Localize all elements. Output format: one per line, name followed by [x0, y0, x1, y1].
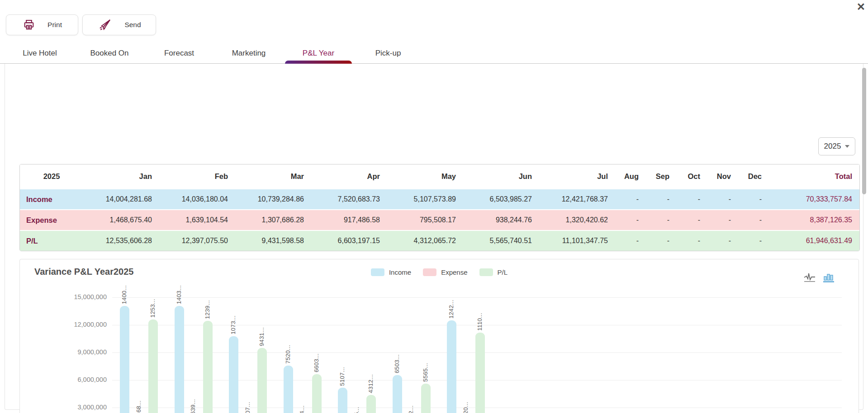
value-cell: 14,036,180.04: [159, 188, 235, 209]
value-cell: -: [707, 209, 738, 230]
month-header-oct: Oct: [677, 164, 707, 188]
value-cell: 4,312,065.72: [387, 230, 463, 251]
value-cell: 1,307,686.28: [235, 209, 311, 230]
tab-strip: Live HotelBooked OnForecastMarketingP&L …: [0, 43, 868, 63]
tab-label: Live Hotel: [23, 49, 57, 58]
bar-value-label-text: 7520...: [285, 345, 291, 364]
bar-value-label-text: 7955...: [353, 407, 360, 413]
legend-label: Income: [389, 268, 411, 276]
bar-value-label-text: 1400...: [121, 285, 128, 304]
y-axis-tick-label: 3,000,000: [29, 404, 107, 411]
bar-chart-icon[interactable]: [822, 271, 835, 283]
active-tab-underline: [285, 61, 352, 64]
close-icon[interactable]: ✕: [857, 1, 865, 14]
table-body: Income14,004,281.6814,036,180.0410,739,2…: [20, 188, 859, 251]
y-axis-tick-label: 12,000,000: [29, 321, 107, 328]
tab-p-l-year[interactable]: P&L Year: [284, 43, 353, 63]
value-cell: -: [677, 209, 707, 230]
bar-value-label-text: 1639...: [190, 399, 196, 413]
value-cell: -: [707, 230, 738, 251]
bar-value-label-text: 5107...: [339, 367, 346, 386]
tab-label: Marketing: [232, 49, 266, 58]
income-bar: [284, 366, 293, 413]
vertical-scrollbar-thumb[interactable]: [862, 68, 866, 194]
legend-label: Expense: [441, 268, 467, 276]
bar-value-label-text: 9382...: [408, 405, 414, 413]
print-button[interactable]: Print: [6, 14, 78, 35]
bar-value-label-text: 1110...: [476, 313, 483, 331]
bar-value-label-text: 9174...: [299, 405, 305, 413]
value-cell: 6,503,985.27: [463, 188, 539, 209]
print-button-label: Print: [47, 21, 62, 29]
value-cell: 795,508.17: [387, 209, 463, 230]
tab-live-hotel[interactable]: Live Hotel: [5, 43, 75, 63]
tab-bar: Live HotelBooked OnForecastMarketingP&L …: [0, 43, 868, 64]
month-header-jul: Jul: [539, 164, 615, 188]
bar-value-label-text: 1242...: [448, 300, 455, 319]
value-cell: 6,603,197.15: [311, 230, 387, 251]
value-cell: -: [707, 188, 738, 209]
p-l-bar: [148, 319, 158, 413]
tab-marketing[interactable]: Marketing: [214, 43, 284, 63]
tab-label: Forecast: [164, 49, 194, 58]
year-select-value: 2025: [824, 142, 841, 151]
month-header-dec: Dec: [738, 164, 769, 188]
bar-value-label-text: 1468...: [135, 400, 142, 413]
month-header-jun: Jun: [463, 164, 539, 188]
value-cell: -: [677, 230, 707, 251]
value-cell: 917,486.58: [311, 209, 387, 230]
bar-value-label-text: 1320...: [462, 402, 469, 413]
year-select[interactable]: 2025: [818, 137, 855, 155]
total-cell: 70,333,757.84: [769, 188, 859, 209]
variance-chart-panel: Variance P&L Year2025 IncomeExpenseP/L 1…: [19, 259, 859, 413]
legend-swatch: [423, 268, 436, 276]
row-label: P/L: [20, 230, 83, 251]
legend-swatch: [371, 268, 384, 276]
value-cell: -: [646, 188, 677, 209]
chart-plot: JanFebMarAprMayJunJulAugSepOctNovDec1400…: [112, 297, 842, 413]
gridline: [112, 297, 842, 298]
value-cell: 1,468,675.40: [83, 209, 159, 230]
value-cell: 7,520,683.73: [311, 188, 387, 209]
bar-value-label-text: 1403...: [175, 285, 182, 304]
bar-value-label-text: 5565...: [422, 363, 429, 382]
value-cell: -: [615, 230, 646, 251]
tab-booked-on[interactable]: Booked On: [75, 43, 144, 63]
value-cell: -: [677, 188, 707, 209]
month-header-sep: Sep: [646, 164, 677, 188]
income-bar: [338, 388, 347, 413]
bar-value-label-text: 6503...: [394, 354, 400, 373]
table-row-p-l: P/L12,535,606.2812,397,075.509,431,598.5…: [20, 230, 859, 251]
p-l-bar: [203, 321, 213, 413]
p-l-bar: [312, 374, 322, 413]
month-header-nov: Nov: [707, 164, 738, 188]
chart-type-toggles: [803, 271, 835, 283]
chart-title: Variance P&L Year2025: [34, 267, 133, 277]
pl-summary-table: 2025JanFebMarAprMayJunJulAugSepOctNovDec…: [19, 164, 860, 251]
bar-value-label-text: 4312...: [367, 374, 374, 393]
send-button[interactable]: Send: [82, 14, 156, 35]
p-l-bar: [257, 348, 267, 413]
income-bar: [447, 320, 456, 413]
chart-legend: IncomeExpenseP/L: [371, 268, 508, 276]
value-cell: 1,639,104.54: [159, 209, 235, 230]
tab-pick-up[interactable]: Pick-up: [353, 43, 423, 63]
income-bar: [393, 375, 402, 413]
p-l-bar: [475, 333, 485, 413]
value-cell: -: [646, 230, 677, 251]
income-bar: [120, 306, 129, 413]
tab-forecast[interactable]: Forecast: [144, 43, 214, 63]
month-header-may: May: [387, 164, 463, 188]
chevron-down-icon: [845, 145, 849, 148]
legend-label: P/L: [498, 268, 508, 276]
income-bar: [175, 306, 184, 413]
legend-item-expense[interactable]: Expense: [423, 268, 467, 276]
legend-item-income[interactable]: Income: [371, 268, 411, 276]
legend-item-p-l[interactable]: P/L: [479, 268, 508, 276]
month-header-aug: Aug: [615, 164, 646, 188]
line-chart-icon[interactable]: [803, 271, 816, 283]
table-row-income: Income14,004,281.6814,036,180.0410,739,2…: [20, 188, 859, 209]
y-axis-tick-label: 15,000,000: [29, 293, 107, 300]
value-cell: -: [738, 209, 769, 230]
value-cell: -: [738, 230, 769, 251]
